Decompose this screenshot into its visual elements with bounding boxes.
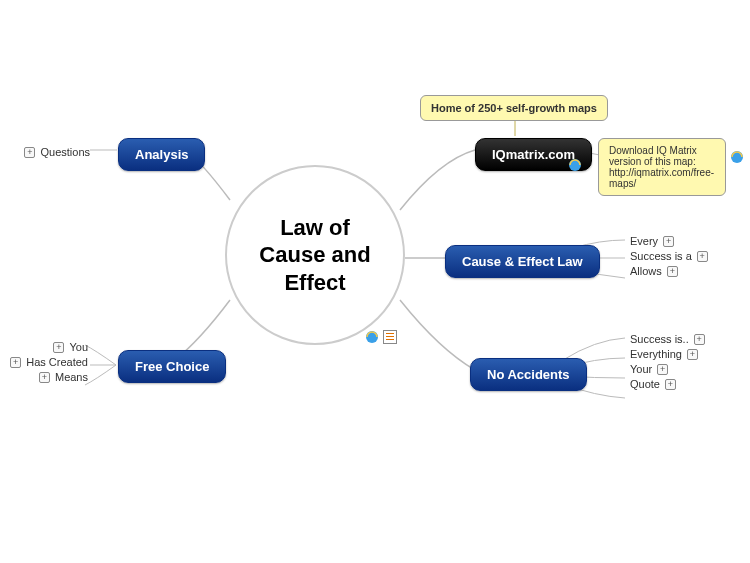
cause-effect-node[interactable]: Cause & Effect Law bbox=[445, 245, 600, 278]
no-accidents-children: Success is.. + Everything + Your + Quote… bbox=[630, 330, 705, 393]
no-accidents-node[interactable]: No Accidents bbox=[470, 358, 587, 391]
list-item[interactable]: Your + bbox=[630, 363, 705, 375]
child-label: Questions bbox=[40, 146, 90, 158]
child-label: Quote bbox=[630, 378, 660, 390]
analysis-node[interactable]: Analysis bbox=[118, 138, 205, 171]
list-item[interactable]: + Means bbox=[0, 371, 88, 383]
expand-icon[interactable]: + bbox=[24, 147, 35, 158]
expand-icon[interactable]: + bbox=[663, 236, 674, 247]
list-item[interactable]: + Questions bbox=[10, 146, 90, 158]
expand-icon[interactable]: + bbox=[657, 364, 668, 375]
list-item[interactable]: + You bbox=[0, 341, 88, 353]
child-label: Everything bbox=[630, 348, 682, 360]
list-item[interactable]: + Has Created bbox=[0, 356, 88, 368]
ie-icon[interactable] bbox=[568, 158, 582, 172]
child-label: Success is.. bbox=[630, 333, 689, 345]
list-item[interactable]: Success is.. + bbox=[630, 333, 705, 345]
child-label: Every bbox=[630, 235, 658, 247]
child-label: Allows bbox=[630, 265, 662, 277]
expand-icon[interactable]: + bbox=[53, 342, 64, 353]
expand-icon[interactable]: + bbox=[687, 349, 698, 360]
list-item[interactable]: Every + bbox=[630, 235, 708, 247]
expand-icon[interactable]: + bbox=[39, 372, 50, 383]
child-label: You bbox=[69, 341, 88, 353]
iqmatrix-callout: Home of 250+ self-growth maps bbox=[420, 95, 608, 121]
expand-icon[interactable]: + bbox=[665, 379, 676, 390]
iqmatrix-label: IQmatrix.com bbox=[492, 147, 575, 162]
download-text: Download IQ Matrix version of this map: … bbox=[609, 145, 714, 189]
list-item[interactable]: Allows + bbox=[630, 265, 708, 277]
free-choice-children: + You + Has Created + Means bbox=[0, 338, 88, 386]
free-choice-node[interactable]: Free Choice bbox=[118, 350, 226, 383]
child-label: Means bbox=[55, 371, 88, 383]
svg-point-2 bbox=[731, 151, 743, 163]
list-item[interactable]: Everything + bbox=[630, 348, 705, 360]
callout-text: Home of 250+ self-growth maps bbox=[431, 102, 597, 114]
svg-point-0 bbox=[366, 331, 378, 343]
cause-effect-label: Cause & Effect Law bbox=[462, 254, 583, 269]
expand-icon[interactable]: + bbox=[10, 357, 21, 368]
expand-icon[interactable]: + bbox=[667, 266, 678, 277]
ie-icon[interactable] bbox=[730, 150, 744, 164]
expand-icon[interactable]: + bbox=[694, 334, 705, 345]
svg-point-1 bbox=[569, 159, 581, 171]
no-accidents-label: No Accidents bbox=[487, 367, 570, 382]
cause-effect-children: Every + Success is a + Allows + bbox=[630, 232, 708, 280]
free-choice-label: Free Choice bbox=[135, 359, 209, 374]
center-node[interactable]: Law of Cause and Effect bbox=[225, 165, 405, 345]
center-node-icons bbox=[365, 330, 397, 344]
ie-icon[interactable] bbox=[365, 330, 379, 344]
child-label: Success is a bbox=[630, 250, 692, 262]
analysis-children: + Questions bbox=[10, 143, 90, 161]
center-title: Law of Cause and Effect bbox=[245, 214, 385, 297]
list-item[interactable]: Quote + bbox=[630, 378, 705, 390]
analysis-label: Analysis bbox=[135, 147, 188, 162]
expand-icon[interactable]: + bbox=[697, 251, 708, 262]
list-item[interactable]: Success is a + bbox=[630, 250, 708, 262]
note-icon[interactable] bbox=[383, 330, 397, 344]
iqmatrix-download[interactable]: Download IQ Matrix version of this map: … bbox=[598, 138, 726, 196]
child-label: Your bbox=[630, 363, 652, 375]
child-label: Has Created bbox=[26, 356, 88, 368]
